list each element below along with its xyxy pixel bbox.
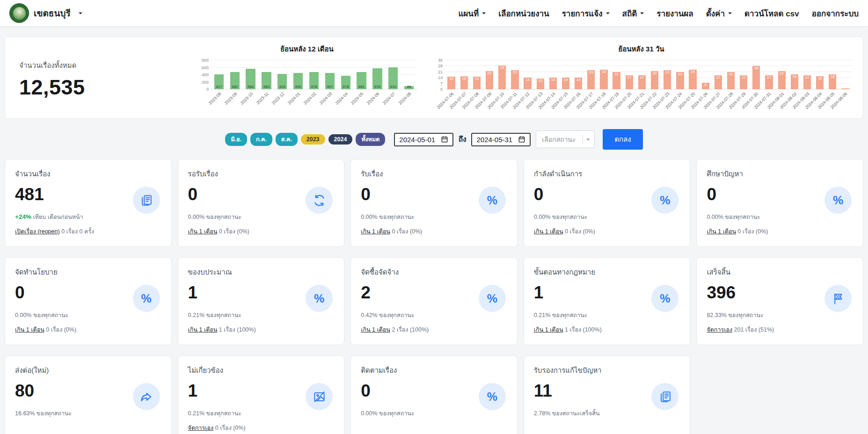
bar-value-label: 17 [712, 76, 725, 80]
card-link[interactable]: เปิดเรื่อง (reopen) [15, 228, 60, 235]
chevron-down-icon [586, 139, 590, 143]
nav-item-stats[interactable]: สถิติ [622, 7, 644, 20]
y-tick-label: 35 [438, 58, 443, 63]
bars: 152024-07-06162024-07-07152024-07-082220… [445, 60, 852, 89]
bar-value-label: 29 [496, 66, 509, 70]
card-subtext: 16.63% ของทุกสถานะ [15, 409, 161, 418]
card-link[interactable]: เกิน 1 เดือน [188, 228, 218, 235]
card-subtext: 82.33% ของทุกสถานะ [707, 311, 853, 320]
nav-item-reports[interactable]: รายการแจ้ง [562, 7, 610, 20]
nav-item-label: ตั้งค่า [706, 7, 725, 20]
bar-value-label: 8 [699, 83, 712, 87]
nav-item-label: เลือกหน่วยงาน [498, 7, 549, 20]
bar-value-label: 610 [386, 85, 401, 89]
percent-icon: % [479, 285, 506, 312]
bar-2024-07-19: 212024-07-19 [610, 60, 623, 89]
bar-2024-08-04: 162024-08-04 [814, 60, 826, 89]
bar-value-label: 21 [724, 72, 737, 76]
bar-value-label: 15 [470, 77, 483, 81]
bar-value-label: 21 [610, 72, 623, 76]
nav-item-settings[interactable]: ตั้งค่า [706, 7, 732, 20]
date-to-input[interactable]: 2024-05-31 [471, 133, 531, 146]
refresh-icon [306, 187, 333, 214]
bar-value-label: 13 [534, 79, 547, 83]
plot-area: 4172023-084822023-095682023-104832023-11… [211, 60, 417, 89]
card-title: ส่งต่อ(ใหม่) [15, 365, 161, 376]
card-subtext: 0.00% ของทุกสถานะ [361, 212, 507, 222]
card-link[interactable]: เกิน 1 เดือน [188, 326, 218, 333]
filter-pill-month-jul[interactable]: ก.ค. [250, 133, 272, 146]
nav-item-logout[interactable]: ออกจากระบบ [812, 7, 859, 20]
card-link[interactable]: จัดการเอง [188, 425, 214, 431]
nav-item-map[interactable]: แผนที่ [458, 7, 486, 20]
date-from-value: 2024-05-01 [399, 136, 435, 144]
nav-item-choose-agency[interactable]: เลือกหน่วยงาน [498, 7, 549, 20]
nav-item-results[interactable]: รายงานผล [656, 7, 693, 20]
bar-value-label: 17 [635, 76, 649, 80]
x-tick-label: 2024-08 [398, 92, 412, 106]
bar-value-label: 24 [686, 70, 699, 74]
x-tick-label: 2023-11 [256, 92, 270, 105]
card-link[interactable]: เกิน 1 เดือน [534, 228, 563, 235]
card-link[interactable]: เกิน 1 เดือน [361, 326, 390, 333]
card-link-line: จัดการเอง 201 เรื่อง (51%) [707, 325, 853, 334]
card-title: รอรับเรื่อง [188, 168, 335, 180]
calendar-icon [441, 136, 448, 143]
bar-value-label: 417 [212, 85, 226, 89]
brand-menu[interactable]: เขตธนบุรี [9, 3, 82, 23]
card-subtext: 0.00% ของทุกสถานะ [15, 311, 161, 320]
status-select[interactable]: เลือกสถานะ [536, 130, 595, 148]
date-from-input[interactable]: 2024-05-01 [394, 133, 453, 146]
bar-2024-07-17: 232024-07-17 [585, 60, 598, 89]
bar-2024-07-13: 132024-07-13 [534, 60, 547, 89]
percent-icon: % [479, 187, 506, 214]
chart-title: ย้อนหลัง 12 เดือน [197, 43, 417, 55]
status-card-done: เสร็จสิ้น39682.33% ของทุกสถานะจัดการเอง … [696, 257, 863, 345]
card-link-line: เกิน 1 เดือน 0 เรื่อง (0%) [188, 227, 335, 236]
bar-2024-07-16: 142024-07-16 [572, 60, 585, 89]
submit-button[interactable]: ตกลง [603, 129, 642, 150]
documents-icon [651, 383, 678, 410]
bar-2024-07-18: 242024-07-18 [598, 60, 610, 89]
y-tick-label: 200 [202, 80, 209, 84]
card-title: เสร็จสิ้น [707, 267, 853, 278]
y-tick-label: 0 [206, 87, 209, 92]
bar-2024-06: 5782024-06 [369, 60, 385, 89]
nav-item-download-csv[interactable]: ดาวน์โหลด csv [744, 7, 799, 20]
bar-value-label: 22 [775, 72, 788, 75]
filter-pill-month-jun[interactable]: มิ.ย. [225, 133, 247, 146]
percent-icon: % [479, 383, 506, 410]
card-link-line: เกิน 1 เดือน 1 เรื่อง (100%) [534, 325, 680, 334]
filter-pill-month-aug[interactable]: ส.ค. [276, 133, 298, 146]
card-link[interactable]: จัดการเอง [707, 326, 732, 333]
x-tick-label: 2023-10 [240, 92, 254, 106]
card-link[interactable]: เกิน 1 เดือน [707, 228, 736, 235]
card-link[interactable]: เกิน 1 เดือน [15, 326, 44, 333]
card-subtext: 0.21% ของทุกสถานะ [534, 311, 680, 320]
bar-value-label: 17 [737, 76, 750, 80]
bar-2024-07-15: 142024-07-15 [559, 60, 572, 89]
date-to-value: 2024-05-31 [476, 136, 512, 144]
bar-value-label: 28 [750, 66, 763, 70]
filter-pill-all[interactable]: ทั้งหมด [356, 133, 385, 146]
card-subtext: 0.00% ของทุกสถานะ [361, 409, 507, 418]
filter-pill-year-2023[interactable]: 2023 [301, 134, 325, 145]
filter-bar: มิ.ย.ก.ค.ส.ค.20232024ทั้งหมด 2024-05-01 … [0, 129, 868, 150]
card-title: ติดตามเรื่อง [361, 365, 507, 376]
percent-icon: % [651, 285, 678, 312]
card-link[interactable]: เกิน 1 เดือน [361, 228, 390, 235]
bar-value-label: 17 [801, 76, 814, 80]
bar-value-label: 17 [762, 76, 775, 80]
card-link[interactable]: เกิน 1 เดือน [534, 326, 563, 333]
bar-2024-07-27: 172024-07-27 [712, 60, 724, 89]
summary-total: จำนวนเรื่องทั้งหมด 12,535 [14, 41, 197, 118]
bar-2024-07-21: 172024-07-21 [635, 60, 648, 89]
bar-2024-08-02: 182024-08-02 [788, 60, 801, 89]
bar-value-label: 426 [275, 85, 290, 89]
percent-icon: % [824, 187, 852, 214]
card-subtext: 0.21% ของทุกสถานะ [188, 409, 335, 418]
percent-icon: % [133, 285, 160, 312]
bar-value-label: 22 [483, 72, 496, 75]
x-tick-label: 2023-12 [271, 92, 285, 106]
filter-pill-year-2024[interactable]: 2024 [328, 134, 353, 145]
